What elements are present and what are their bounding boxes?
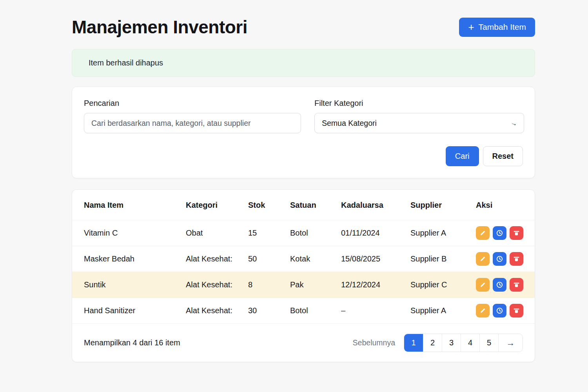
category-select-value: Semua Kategori: [322, 119, 377, 128]
filter-card: Pencarian Filter Kategori Semua Kategori…: [72, 87, 535, 178]
cell-nama: Suntik: [72, 272, 186, 298]
search-label: Pencarian: [84, 99, 301, 108]
edit-pencil-icon[interactable]: [476, 304, 490, 318]
cell-satuan: Pak: [290, 272, 341, 298]
page-number-group: 12345→: [404, 334, 523, 352]
cell-kategori: Alat Kesehat:: [186, 298, 248, 324]
search-input[interactable]: [84, 113, 301, 133]
cell-supplier: Supplier B: [410, 246, 476, 272]
page-header: Manajemen Inventori + Tambah Item: [72, 16, 535, 38]
delete-trash-icon[interactable]: [510, 278, 523, 292]
edit-pencil-icon[interactable]: [476, 252, 490, 266]
table-footer: Menampilkan 4 dari 16 item Sebelumnya 12…: [72, 323, 535, 362]
column-header-stok: Stok: [248, 190, 290, 220]
column-header-aksi: Aksi: [476, 190, 535, 220]
cell-aksi: [476, 246, 535, 272]
cell-stok: 15: [248, 220, 290, 246]
search-field-group: Pencarian: [84, 99, 301, 133]
success-alert-message: Item berhasil dihapus: [89, 58, 163, 67]
table-row: Hand SanitizerAlat Kesehat:30Botol–Suppl…: [72, 298, 535, 324]
reset-button[interactable]: Reset: [483, 146, 523, 166]
cell-kategori: Alat Kesehat:: [186, 246, 248, 272]
page-button-4[interactable]: 4: [461, 334, 479, 352]
table-row: SuntikAlat Kesehat:8Pak12/12/2024Supplie…: [72, 272, 535, 298]
page-button-5[interactable]: 5: [479, 334, 498, 352]
edit-pencil-icon[interactable]: [476, 278, 490, 292]
cell-satuan: Kotak: [290, 246, 341, 272]
category-field-group: Filter Kategori Semua Kategori →: [314, 99, 524, 133]
next-page-button[interactable]: →: [498, 334, 523, 352]
table-row: Masker BedahAlat Kesehat:50Kotak15/08/20…: [72, 246, 535, 272]
category-filter-label: Filter Kategori: [314, 99, 524, 108]
column-header-satuan: Satuan: [290, 190, 341, 220]
page-button-2[interactable]: 2: [423, 334, 442, 352]
column-header-nama-item: Nama Item: [72, 190, 186, 220]
cell-kadaluarsa: 01/11/2024: [341, 220, 410, 246]
cell-nama: Hand Sanitizer: [72, 298, 186, 324]
delete-trash-icon[interactable]: [510, 226, 523, 240]
filter-fields: Pencarian Filter Kategori Semua Kategori…: [84, 99, 523, 133]
cell-kadaluarsa: –: [341, 298, 410, 324]
cell-stok: 30: [248, 298, 290, 324]
category-select[interactable]: Semua Kategori →: [314, 113, 524, 133]
history-clock-icon[interactable]: [493, 278, 506, 292]
cell-aksi: [476, 298, 535, 324]
cell-kategori: Alat Kesehat:: [186, 272, 248, 298]
cell-kadaluarsa: 15/08/2025: [341, 246, 410, 272]
success-alert: Item berhasil dihapus: [72, 49, 535, 77]
cell-satuan: Botol: [290, 298, 341, 324]
plus-icon: +: [468, 22, 474, 32]
cell-aksi: [476, 220, 535, 246]
history-clock-icon[interactable]: [493, 304, 506, 318]
cell-stok: 50: [248, 246, 290, 272]
select-dropdown-arrow-icon: →: [510, 119, 519, 127]
add-item-button[interactable]: + Tambah Item: [459, 18, 535, 36]
page-container: Manajemen Inventori + Tambah Item Item b…: [72, 0, 535, 362]
inventory-table: Nama Item Kategori Stok Satuan Kadaluars…: [72, 190, 535, 323]
cell-kategori: Obat: [186, 220, 248, 246]
cell-nama: Vitamin C: [72, 220, 186, 246]
delete-trash-icon[interactable]: [510, 304, 523, 318]
pagination: Sebelumnya 12345→: [353, 334, 523, 352]
history-clock-icon[interactable]: [493, 252, 506, 266]
cell-nama: Masker Bedah: [72, 246, 186, 272]
table-row: Vitamin CObat15Botol01/11/2024Supplier A: [72, 220, 535, 246]
cell-supplier: Supplier A: [410, 298, 476, 324]
cell-satuan: Botol: [290, 220, 341, 246]
delete-trash-icon[interactable]: [510, 252, 523, 266]
table-header-row: Nama Item Kategori Stok Satuan Kadaluars…: [72, 190, 535, 220]
previous-page-button[interactable]: Sebelumnya: [353, 338, 395, 347]
cell-stok: 8: [248, 272, 290, 298]
page-button-1[interactable]: 1: [404, 334, 423, 352]
page-button-3[interactable]: 3: [442, 334, 461, 352]
column-header-supplier: Supplier: [410, 190, 476, 220]
add-item-button-label: Tambah Item: [479, 22, 526, 32]
column-header-kategori: Kategori: [186, 190, 248, 220]
cell-kadaluarsa: 12/12/2024: [341, 272, 410, 298]
cell-supplier: Supplier C: [410, 272, 476, 298]
search-submit-button[interactable]: Cari: [446, 146, 479, 166]
edit-pencil-icon[interactable]: [476, 226, 490, 240]
inventory-table-card: Nama Item Kategori Stok Satuan Kadaluars…: [72, 189, 535, 362]
column-header-kadaluarsa: Kadaluarsa: [341, 190, 410, 220]
history-clock-icon[interactable]: [493, 226, 506, 240]
pagination-summary: Menampilkan 4 dari 16 item: [84, 338, 180, 347]
page-title: Manajemen Inventori: [72, 16, 247, 38]
filter-actions: Cari Reset: [84, 146, 523, 166]
cell-aksi: [476, 272, 535, 298]
cell-supplier: Supplier A: [410, 220, 476, 246]
